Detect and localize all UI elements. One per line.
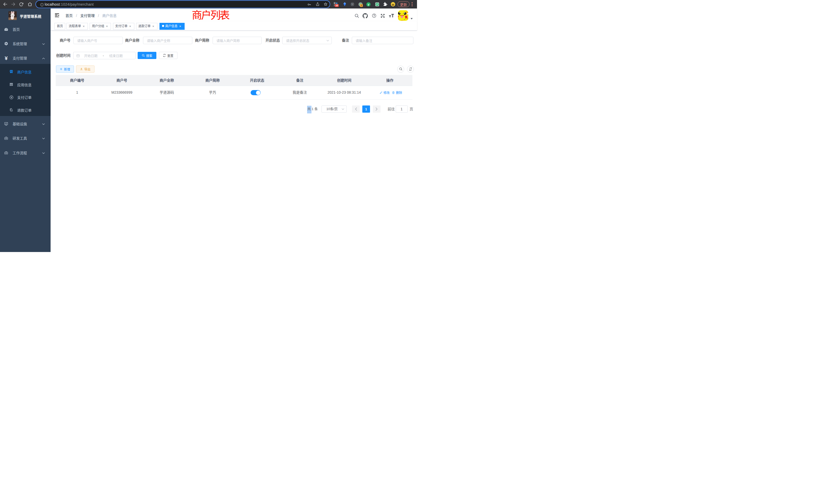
svg-text:⌘: ⌘ [351, 3, 353, 6]
svg-text:y: y [368, 3, 369, 6]
